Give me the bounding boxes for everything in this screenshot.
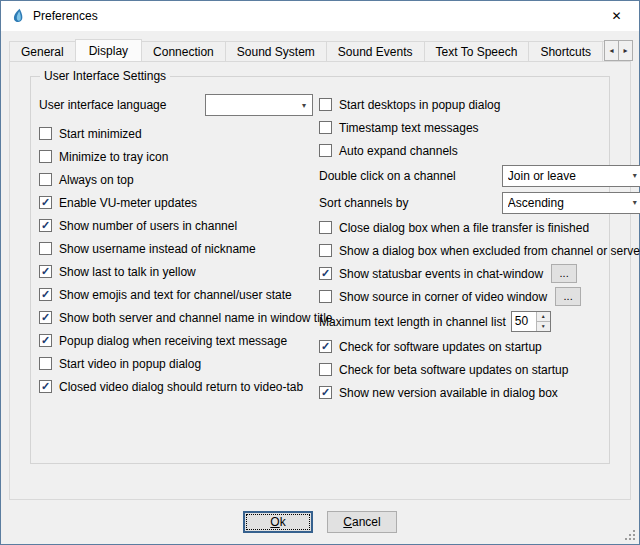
tab-connection[interactable]: Connection bbox=[141, 41, 226, 61]
max-text-length-row: Maximum text length in channel list 50 ▲… bbox=[319, 308, 640, 335]
tab-scroll-right-icon[interactable]: ▸ bbox=[618, 40, 633, 61]
checkbox[interactable] bbox=[39, 357, 52, 370]
tab-scroll-buttons: ◂ ▸ bbox=[605, 40, 633, 61]
checkbox-label: Minimize to tray icon bbox=[59, 150, 168, 164]
checkbox[interactable]: ✓ bbox=[319, 340, 332, 353]
sort-channels-label: Sort channels by bbox=[319, 196, 408, 210]
checkbox-row[interactable]: Timestamp text messages bbox=[319, 116, 640, 139]
checkbox-label: Show username instead of nickname bbox=[59, 242, 256, 256]
checkbox-label: Timestamp text messages bbox=[339, 121, 479, 135]
checkbox-row[interactable]: ✓Show both server and channel name in wi… bbox=[39, 306, 313, 329]
cancel-button[interactable]: Cancel bbox=[327, 511, 397, 533]
checkbox-row[interactable]: ✓Show last to talk in yellow bbox=[39, 260, 313, 283]
chevron-down-icon: ▾ bbox=[296, 101, 312, 110]
checkbox-label: Show statusbar events in chat-window bbox=[339, 267, 543, 281]
double-click-select-value: Join or leave bbox=[508, 169, 627, 183]
spin-up-icon[interactable]: ▲ bbox=[537, 312, 550, 322]
checkbox[interactable] bbox=[319, 144, 332, 157]
close-icon: ✕ bbox=[611, 9, 621, 23]
sort-channels-row: Sort channels by Ascending ▾ bbox=[319, 189, 640, 216]
max-text-length-value: 50 bbox=[512, 312, 536, 331]
ok-button[interactable]: Ok bbox=[243, 511, 313, 533]
max-text-length-spinner[interactable]: 50 ▲ ▼ bbox=[511, 311, 551, 332]
checkbox[interactable]: ✓ bbox=[39, 311, 52, 324]
checkbox[interactable] bbox=[319, 244, 332, 257]
checkbox-row[interactable]: ✓Show new version available in dialog bo… bbox=[319, 381, 640, 404]
checkbox-row[interactable]: Show a dialog box when excluded from cha… bbox=[319, 239, 640, 262]
max-text-length-label: Maximum text length in channel list bbox=[319, 315, 506, 329]
checkbox-row[interactable]: ✓Closed video dialog should return to vi… bbox=[39, 375, 313, 398]
checkbox[interactable] bbox=[39, 150, 52, 163]
checkbox-row[interactable]: ✓Popup dialog when receiving text messag… bbox=[39, 329, 313, 352]
checkbox-row[interactable]: ✓Check for software updates on startup bbox=[319, 335, 640, 358]
checkbox-row[interactable]: Auto expand channels bbox=[319, 139, 640, 162]
checkbox[interactable] bbox=[319, 290, 332, 303]
checkbox-row[interactable]: Start desktops in popup dialog bbox=[319, 93, 640, 116]
checkbox[interactable]: ✓ bbox=[39, 334, 52, 347]
checkbox-row[interactable]: Close dialog box when a file transfer is… bbox=[319, 216, 640, 239]
double-click-row: Double click on a channel Join or leave … bbox=[319, 162, 640, 189]
checkbox[interactable] bbox=[319, 363, 332, 376]
checkbox[interactable] bbox=[319, 121, 332, 134]
checkbox-row[interactable]: Minimize to tray icon bbox=[39, 145, 313, 168]
checkbox-row[interactable]: Start video in popup dialog bbox=[39, 352, 313, 375]
checkbox[interactable]: ✓ bbox=[319, 386, 332, 399]
checkbox[interactable]: ✓ bbox=[39, 288, 52, 301]
checkbox[interactable] bbox=[319, 221, 332, 234]
language-label: User interface language bbox=[39, 98, 166, 112]
checkbox[interactable] bbox=[39, 127, 52, 140]
checkbox-row[interactable]: ✓Enable VU-meter updates bbox=[39, 191, 313, 214]
checkbox-row[interactable]: Check for beta software updates on start… bbox=[319, 358, 640, 381]
checkbox-label: Start minimized bbox=[59, 127, 142, 141]
checkbox-label: Show number of users in channel bbox=[59, 219, 237, 233]
checkbox-row[interactable]: Show username instead of nickname bbox=[39, 237, 313, 260]
checkbox-row[interactable]: ✓Show statusbar events in chat-window... bbox=[319, 262, 640, 285]
checkbox[interactable] bbox=[39, 173, 52, 186]
tab-list: GeneralDisplayConnectionSound SystemSoun… bbox=[9, 39, 631, 61]
sort-channels-select-value: Ascending bbox=[508, 196, 627, 210]
double-click-select[interactable]: Join or leave ▾ bbox=[502, 165, 640, 187]
right-column: Start desktops in popup dialogTimestamp … bbox=[313, 93, 640, 404]
sort-channels-select[interactable]: Ascending ▾ bbox=[502, 192, 640, 214]
checkbox-row[interactable]: Show source in corner of video window... bbox=[319, 285, 640, 308]
checkbox[interactable] bbox=[39, 242, 52, 255]
language-select[interactable]: ▾ bbox=[205, 94, 313, 116]
checkbox-row[interactable]: ✓Show number of users in channel bbox=[39, 214, 313, 237]
preferences-window: Preferences ✕ GeneralDisplayConnectionSo… bbox=[0, 0, 640, 545]
tab-scroll-left-icon[interactable]: ◂ bbox=[604, 40, 619, 61]
spin-down-icon[interactable]: ▼ bbox=[537, 322, 550, 332]
ellipsis-button[interactable]: ... bbox=[551, 264, 577, 283]
ellipsis-button[interactable]: ... bbox=[555, 287, 581, 306]
checkbox[interactable]: ✓ bbox=[39, 265, 52, 278]
tab-display[interactable]: Display bbox=[75, 39, 142, 61]
checkbox[interactable]: ✓ bbox=[39, 196, 52, 209]
checkbox-row[interactable]: ✓Show emojis and text for channel/user s… bbox=[39, 283, 313, 306]
tab-general[interactable]: General bbox=[9, 41, 76, 61]
left-column: User interface language ▾ Start minimize… bbox=[39, 93, 313, 404]
checkbox-label: Start video in popup dialog bbox=[59, 357, 201, 371]
checkbox[interactable]: ✓ bbox=[39, 219, 52, 232]
checkbox[interactable]: ✓ bbox=[319, 267, 332, 280]
checkbox-label: Closed video dialog should return to vid… bbox=[59, 380, 303, 394]
checkbox-label: Start desktops in popup dialog bbox=[339, 98, 500, 112]
double-click-label: Double click on a channel bbox=[319, 169, 456, 183]
tab-text-to-speech[interactable]: Text To Speech bbox=[424, 41, 530, 61]
checkbox[interactable]: ✓ bbox=[39, 380, 52, 393]
resize-grip[interactable] bbox=[624, 529, 637, 542]
checkbox-label: Show a dialog box when excluded from cha… bbox=[339, 244, 640, 258]
group-user-interface-settings: User Interface Settings User interface l… bbox=[30, 76, 610, 464]
tab-sound-system[interactable]: Sound System bbox=[225, 41, 327, 61]
left-checkbox-list: Start minimizedMinimize to tray iconAlwa… bbox=[39, 122, 313, 398]
checkbox-row[interactable]: Always on top bbox=[39, 168, 313, 191]
tab-sound-events[interactable]: Sound Events bbox=[326, 41, 425, 61]
checkbox-row[interactable]: Start minimized bbox=[39, 122, 313, 145]
checkbox-label: Show source in corner of video window bbox=[339, 290, 547, 304]
checkbox-label: Show emojis and text for channel/user st… bbox=[59, 288, 292, 302]
language-row: User interface language ▾ bbox=[39, 93, 313, 117]
checkbox-label: Popup dialog when receiving text message bbox=[59, 334, 287, 348]
close-button[interactable]: ✕ bbox=[594, 1, 639, 31]
group-title: User Interface Settings bbox=[40, 69, 170, 83]
tab-shortcuts[interactable]: Shortcuts bbox=[528, 41, 603, 61]
checkbox-label: Auto expand channels bbox=[339, 144, 458, 158]
checkbox[interactable] bbox=[319, 98, 332, 111]
